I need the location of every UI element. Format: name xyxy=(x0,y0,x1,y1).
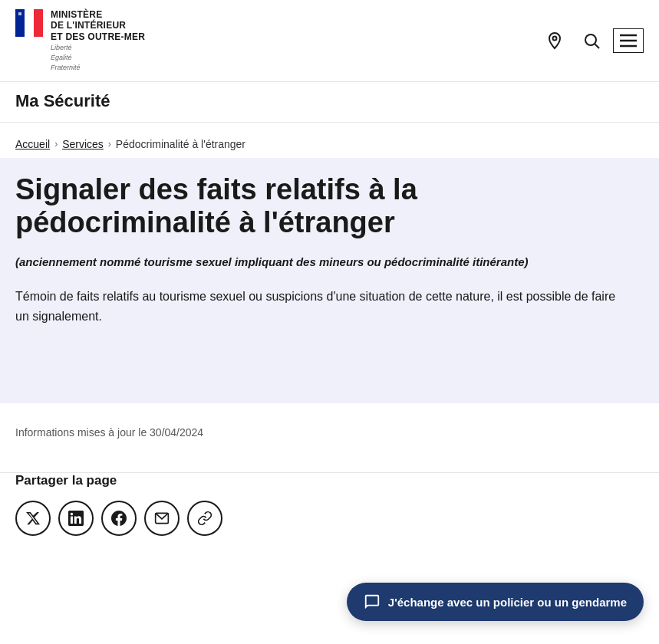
ministry-name-line2: DE L'INTÉRIEUR xyxy=(51,20,145,31)
svg-rect-1 xyxy=(25,9,34,37)
page-subtitle: (anciennement nommé tourisme sexuel impl… xyxy=(15,255,552,268)
twitter-x-icon xyxy=(25,511,41,526)
share-email-button[interactable] xyxy=(144,501,180,536)
ministry-text: MINISTÈRE DE L'INTÉRIEUR ET DES OUTRE-ME… xyxy=(51,9,145,72)
motto-line1: Liberté xyxy=(51,44,145,52)
share-title: Partager la page xyxy=(15,473,644,488)
header: MINISTÈRE DE L'INTÉRIEUR ET DES OUTRE-ME… xyxy=(0,0,659,82)
breadcrumb: Accueil › Services › Pédocriminalité à l… xyxy=(0,123,659,158)
svg-line-6 xyxy=(595,44,600,48)
sub-header: Ma Sécurité xyxy=(0,82,659,123)
svg-rect-3 xyxy=(18,12,21,15)
link-icon xyxy=(197,511,213,526)
header-actions xyxy=(539,25,644,56)
page-title: Signaler des faits relatifs à la pédocri… xyxy=(15,173,614,240)
linkedin-icon xyxy=(68,511,84,526)
search-icon xyxy=(582,31,601,50)
motto-line2: Égalité xyxy=(51,54,145,62)
share-section: Partager la page xyxy=(0,473,659,559)
breadcrumb-home[interactable]: Accueil xyxy=(15,138,50,150)
facebook-icon xyxy=(111,511,127,526)
ministry-name-line1: MINISTÈRE xyxy=(51,9,145,20)
main-content: Signaler des faits relatifs à la pédocri… xyxy=(0,158,659,403)
page-description: Témoin de faits relatifs au tourisme sex… xyxy=(15,287,621,326)
breadcrumb-current: Pédocriminalité à l'étranger xyxy=(116,138,245,150)
breadcrumb-separator-1: › xyxy=(54,139,58,150)
share-linkedin-button[interactable] xyxy=(58,501,94,536)
svg-point-5 xyxy=(585,34,596,45)
site-title: Ma Sécurité xyxy=(15,91,110,110)
menu-button[interactable] xyxy=(613,28,644,53)
motto-line3: Fraternité xyxy=(51,64,145,72)
update-info: Informations mises à jour le 30/04/2024 xyxy=(15,426,644,439)
share-buttons xyxy=(15,501,644,536)
share-twitter-button[interactable] xyxy=(15,501,51,536)
hamburger-icon xyxy=(620,34,637,48)
french-flag-icon xyxy=(15,9,43,37)
location-button[interactable] xyxy=(539,25,570,56)
email-icon xyxy=(154,511,170,526)
breadcrumb-services[interactable]: Services xyxy=(62,138,104,150)
svg-rect-2 xyxy=(34,9,43,37)
ministry-name-line3: ET DES OUTRE-MER xyxy=(51,31,145,42)
share-link-button[interactable] xyxy=(187,501,222,536)
search-button[interactable] xyxy=(576,25,607,56)
breadcrumb-separator-2: › xyxy=(108,139,111,150)
share-facebook-button[interactable] xyxy=(101,501,137,536)
logo: MINISTÈRE DE L'INTÉRIEUR ET DES OUTRE-ME… xyxy=(15,9,145,72)
location-icon xyxy=(545,31,564,50)
info-section: Informations mises à jour le 30/04/2024 xyxy=(0,403,659,473)
svg-point-4 xyxy=(553,36,557,40)
